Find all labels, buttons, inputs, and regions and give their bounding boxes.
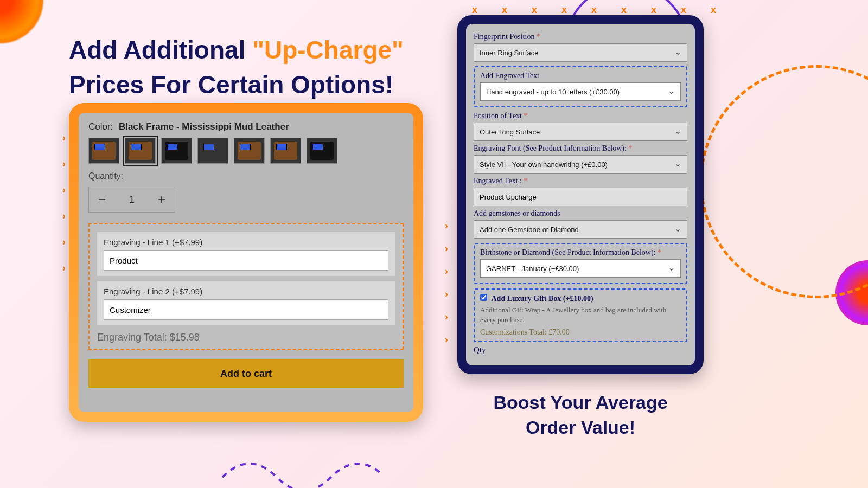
options-card-right-inner: Fingerprint Position * Inner Ring Surfac… xyxy=(466,24,695,365)
color-value: Black Frame - Mississippi Mud Leather xyxy=(119,121,289,132)
quantity-plus-button[interactable]: + xyxy=(149,187,175,212)
fingerprint-select[interactable]: Inner Ring Surface xyxy=(474,43,687,62)
headline-part1: Add Additional xyxy=(69,36,252,64)
engraving-group-1: Engraving - Line 1 (+$7.99) xyxy=(97,232,395,276)
engraving-line2-label: Engraving - Line 2 (+$7.99) xyxy=(104,287,388,296)
font-label: Engraving Font (See Product Information … xyxy=(474,144,687,153)
qty-label-right: Qty xyxy=(474,345,687,355)
position-select[interactable]: Outer Ring Surface xyxy=(474,123,687,141)
birthstone-label: Birthstone or Diamond (See Product Infor… xyxy=(480,248,681,257)
engraved-input-label: Engraved Text : * xyxy=(474,177,687,185)
giftbox-checkbox[interactable] xyxy=(480,294,487,301)
headline-accent: "Up-Charge" xyxy=(252,36,404,64)
color-label: Color: xyxy=(88,121,113,132)
color-swatches xyxy=(88,138,404,164)
headline-part2: Prices For Certain Options! xyxy=(69,70,393,99)
gems-label: Add gemstones or diamonds xyxy=(474,209,687,218)
engraved-text-label: Add Engraved Text xyxy=(480,72,681,80)
deco-dashed-circle xyxy=(700,65,868,298)
quantity-minus-button[interactable]: − xyxy=(89,187,115,212)
birthstone-select[interactable]: GARNET - January (+£30.00) xyxy=(480,259,681,278)
swatch-5[interactable] xyxy=(234,138,265,164)
engraving-line1-label: Engraving - Line 1 (+$7.99) xyxy=(104,237,388,247)
deco-squiggle xyxy=(217,445,380,488)
giftbox-label-text: Add Luxury Gift Box (+£10.00) xyxy=(492,294,593,303)
font-select[interactable]: Style VII - Your own handwriting (+£0.00… xyxy=(474,155,687,174)
swatch-4[interactable] xyxy=(197,138,228,164)
deco-blob-top-left xyxy=(0,0,43,43)
quantity-stepper: − 1 + xyxy=(88,187,175,213)
gems-select[interactable]: Add one Gemstone or Diamond xyxy=(474,220,687,239)
quantity-label: Quantity: xyxy=(88,171,404,181)
giftbox-checkbox-label[interactable]: Add Luxury Gift Box (+£10.00) xyxy=(480,294,593,303)
engraving-total: Engraving Total: $15.98 xyxy=(97,331,395,343)
color-row: Color: Black Frame - Mississippi Mud Lea… xyxy=(88,121,404,132)
engraved-text-highlight: Add Engraved Text Hand engraved - up to … xyxy=(474,66,687,107)
deco-chevrons-mid: ›››››› xyxy=(445,214,448,351)
position-label: Position of Text * xyxy=(474,112,687,120)
tagline: Boost Your Average Order Value! xyxy=(472,390,689,440)
customizations-total: Customizations Total: £70.00 xyxy=(480,328,681,337)
giftbox-section: Add Luxury Gift Box (+£10.00) Additional… xyxy=(474,288,687,342)
birthstone-highlight: Birthstone or Diamond (See Product Infor… xyxy=(474,243,687,284)
tagline-line1: Boost Your Average xyxy=(472,390,689,415)
swatch-6[interactable] xyxy=(270,138,301,164)
deco-x-row: x x x x x x x x x xyxy=(472,4,727,16)
engraving-box: Engraving - Line 1 (+$7.99) Engraving - … xyxy=(88,223,404,350)
engraving-line1-input[interactable] xyxy=(104,250,388,271)
engraved-text-select[interactable]: Hand engraved - up to 10 letters (+£30.0… xyxy=(480,82,681,101)
fingerprint-label: Fingerprint Position * xyxy=(474,33,687,41)
product-card-left: Color: Black Frame - Mississippi Mud Lea… xyxy=(69,103,423,422)
engraved-text-input[interactable] xyxy=(474,188,687,206)
quantity-value: 1 xyxy=(115,187,149,212)
swatch-7[interactable] xyxy=(307,138,337,164)
headline: Add Additional "Up-Charge" Prices For Ce… xyxy=(69,33,404,102)
engraving-group-2: Engraving - Line 2 (+$7.99) xyxy=(97,281,395,325)
options-card-right: Fingerprint Position * Inner Ring Surfac… xyxy=(457,15,704,374)
deco-chevrons-left: ›››››› xyxy=(62,125,66,281)
swatch-1[interactable] xyxy=(88,138,119,164)
swatch-2-selected[interactable] xyxy=(125,138,156,164)
swatch-3[interactable] xyxy=(161,138,192,164)
giftbox-sub: Additional Gift Wrap - A Jewellery box a… xyxy=(480,305,681,325)
add-to-cart-button[interactable]: Add to cart xyxy=(88,359,404,388)
tagline-line2: Order Value! xyxy=(472,415,689,440)
engraving-line2-input[interactable] xyxy=(104,299,388,320)
product-card-left-inner: Color: Black Frame - Mississippi Mud Lea… xyxy=(79,113,413,412)
